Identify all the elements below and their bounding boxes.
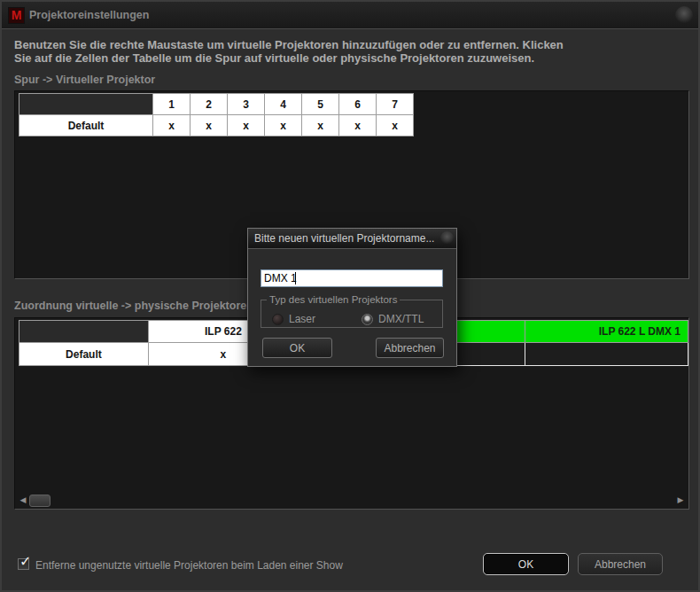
instructions-line2: Sie auf die Zellen der Tabelle um die Sp… <box>14 51 691 65</box>
radio-laser-label: Laser <box>289 313 315 325</box>
projector-settings-window: M Projektoreinstellungen Benutzen Sie di… <box>0 0 700 592</box>
track-assign-cell[interactable]: x <box>302 115 339 136</box>
track-col-header: 3 <box>228 94 265 115</box>
dialog-titlebar[interactable]: Bitte neuen virtuellen Projektorname... <box>248 229 456 249</box>
radio-row: Laser DMX/TTL <box>261 313 442 325</box>
dialog-ok-button[interactable]: OK <box>262 338 332 358</box>
track-assign-cell[interactable]: x <box>339 115 377 136</box>
mapping-section-label: Zuordnung virtuelle -> physische Projekt… <box>14 300 253 312</box>
radio-circle-icon <box>362 314 373 325</box>
titlebar[interactable]: M Projektoreinstellungen <box>2 2 698 29</box>
dialog-titlebar-button-icon[interactable] <box>440 231 454 245</box>
titlebar-button-icon[interactable] <box>675 6 693 24</box>
ok-button[interactable]: OK <box>483 553 569 575</box>
track-col-header: 4 <box>265 94 302 115</box>
instructions-line1: Benutzen Sie die rechte Maustaste um vir… <box>14 38 691 51</box>
track-table-corner-cell <box>19 94 153 115</box>
remove-unused-checkbox-label: Entferne ungenutzte virtuelle Projektore… <box>35 559 343 572</box>
track-assign-cell[interactable]: x <box>265 115 302 136</box>
track-table: 1 2 3 4 5 6 7 Default x x x x x x x <box>19 93 414 136</box>
scroll-right-icon[interactable]: ▶ <box>676 494 685 507</box>
mapping-assign-cell[interactable] <box>525 343 688 366</box>
scroll-left-icon[interactable]: ◀ <box>19 494 27 507</box>
track-row-header: Default <box>19 115 153 136</box>
dialog-cancel-button[interactable]: Abbrechen <box>376 338 444 358</box>
cancel-button[interactable]: Abbrechen <box>578 553 663 575</box>
radio-dmx-ttl-label: DMX/TTL <box>378 313 424 325</box>
radio-dmx-ttl[interactable]: DMX/TTL <box>362 313 424 325</box>
track-assign-cell[interactable]: x <box>191 115 228 136</box>
text-caret <box>295 272 296 284</box>
dialog-title: Bitte neuen virtuellen Projektorname... <box>254 229 434 248</box>
radio-laser[interactable]: Laser <box>272 313 315 325</box>
checkmark-icon: ✓ <box>19 553 31 570</box>
remove-unused-checkbox[interactable]: ✓ <box>18 558 29 570</box>
track-col-header: 2 <box>191 94 228 115</box>
window-title: Projektoreinstellungen <box>29 2 149 28</box>
track-assign-cell[interactable]: x <box>228 115 265 136</box>
mapping-col-header-dmx: ILP 622 L DMX 1 <box>525 321 688 343</box>
track-assign-cell[interactable]: x <box>377 115 414 136</box>
track-col-header: 6 <box>339 94 377 115</box>
instructions-text: Benutzen Sie die rechte Maustaste um vir… <box>14 38 691 65</box>
new-projector-name-dialog: Bitte neuen virtuellen Projektorname... … <box>247 228 457 367</box>
track-col-header: 7 <box>377 94 414 115</box>
track-assign-cell[interactable]: x <box>153 115 191 136</box>
projector-type-group: Typ des virtuellen Projektors Laser DMX/… <box>261 294 443 328</box>
track-table-row: Default x x x x x x x <box>19 115 414 136</box>
projector-name-input[interactable] <box>261 269 443 287</box>
scrollbar-thumb[interactable] <box>29 495 51 507</box>
track-col-header: 1 <box>153 94 191 115</box>
track-table-header-row: 1 2 3 4 5 6 7 <box>19 94 414 115</box>
horizontal-scrollbar[interactable]: ◀ ▶ <box>19 494 685 507</box>
app-logo-icon: M <box>8 7 25 24</box>
radio-circle-icon <box>272 314 284 325</box>
projector-type-group-label: Typ des virtuellen Projektors <box>267 294 400 305</box>
track-col-header: 5 <box>302 94 339 115</box>
mapping-table-corner-cell <box>19 321 149 343</box>
track-section-label: Spur -> Virtueller Projektor <box>14 74 155 86</box>
mapping-row-header: Default <box>19 343 149 366</box>
